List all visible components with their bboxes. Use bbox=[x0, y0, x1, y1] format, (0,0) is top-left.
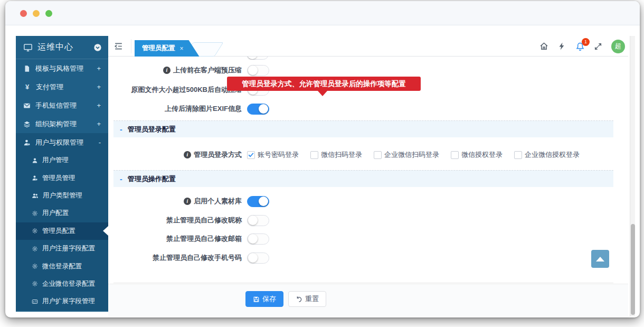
check-icon bbox=[248, 151, 254, 158]
row-personal-material: i启用个人素材库 bbox=[113, 195, 613, 208]
row-label: 禁止管理员自己修改手机号码 bbox=[153, 253, 242, 263]
sidebar-item-users-permissions[interactable]: 用户与权限管理 - bbox=[16, 133, 108, 152]
close-window-button[interactable] bbox=[20, 10, 27, 17]
sidebar-item-label: 支付管理 bbox=[36, 82, 97, 92]
checkbox-label: 微信扫码登录 bbox=[321, 150, 362, 160]
exif-toggle[interactable] bbox=[247, 104, 269, 115]
row-forbid-email: 禁止管理员自己修改邮箱 bbox=[113, 232, 613, 245]
expand-plus-icon: + bbox=[97, 101, 101, 109]
sidebar-item-label: 管理员配置 bbox=[42, 227, 75, 236]
section-ops-config: - 管理员操作配置 bbox=[113, 170, 613, 187]
card-icon bbox=[32, 298, 38, 305]
admin-user-icon bbox=[32, 175, 38, 181]
forbid-nickname-toggle[interactable] bbox=[247, 215, 269, 226]
row-label: 启用个人素材库 bbox=[194, 197, 242, 206]
floppy-icon bbox=[253, 296, 260, 303]
checkbox-box[interactable] bbox=[247, 151, 255, 159]
collapse-minus-icon[interactable]: - bbox=[120, 175, 122, 183]
sidebar-item-label: 用户扩展字段管理 bbox=[42, 297, 95, 306]
sidebar-item-wecom-login-config[interactable]: 企业微信登录配置 bbox=[16, 275, 108, 293]
checkbox-wecom-auth[interactable]: 企业微信授权登录 bbox=[514, 150, 580, 160]
back-to-top-button[interactable] bbox=[591, 250, 609, 268]
row-label: 禁止管理员自己修改昵称 bbox=[166, 216, 242, 225]
footer-bar: 保存 重置 bbox=[108, 284, 628, 317]
info-icon: i bbox=[184, 198, 191, 205]
sidebar-item-user-type-management[interactable]: 用户类型管理 bbox=[16, 187, 108, 204]
collapse-minus-icon: - bbox=[99, 138, 101, 146]
sidebar-item-label: 用户管理 bbox=[42, 156, 69, 165]
layers-icon bbox=[23, 120, 31, 128]
checkbox-box[interactable] bbox=[514, 151, 522, 159]
row-forbid-nickname: 禁止管理员自己修改昵称 bbox=[113, 214, 613, 227]
row-label: 上传前在客户端预压缩 bbox=[173, 66, 242, 75]
notification-bell-icon[interactable]: 1 bbox=[575, 42, 585, 51]
sidebar-item-register-field-config[interactable]: 用户注册字段配置 bbox=[16, 240, 108, 257]
sidebar-item-templates[interactable]: 模板与风格管理 + bbox=[16, 59, 108, 78]
sidebar-item-user-config[interactable]: 用户配置 bbox=[16, 204, 108, 222]
save-button-label: 保存 bbox=[262, 294, 276, 304]
sidebar-item-label: 用户配置 bbox=[42, 209, 69, 218]
sidebar-item-user-extend-field[interactable]: 用户扩展字段管理 bbox=[16, 293, 108, 310]
avatar[interactable]: 超 bbox=[611, 40, 625, 53]
clipped-toggle[interactable] bbox=[247, 57, 269, 60]
sidebar-item-wechat-login-config[interactable]: 微信登录配置 bbox=[16, 257, 108, 275]
chevron-down-circle-icon[interactable] bbox=[93, 43, 102, 52]
forbid-email-toggle[interactable] bbox=[247, 233, 269, 245]
zoom-window-button[interactable] bbox=[45, 10, 52, 17]
minimize-window-button[interactable] bbox=[33, 10, 40, 17]
info-icon: i bbox=[163, 67, 171, 74]
collapse-minus-icon[interactable]: - bbox=[120, 125, 122, 134]
row-label: 上传后清除图片EXIF信息 bbox=[165, 104, 242, 114]
screenshot-stage: 运维中心 模板与风格管理 + ¥ 支付管理 + 手机短信管理 + 组织架构管理 bbox=[0, 0, 644, 327]
forbid-phone-toggle[interactable] bbox=[247, 253, 269, 264]
home-icon[interactable] bbox=[539, 42, 548, 51]
row-login-method: i管理员登录方式 账号密码登录 微信扫码登录 企业微信扫码登录 bbox=[113, 148, 613, 161]
checkbox-account-password[interactable]: 账号密码登录 bbox=[247, 150, 299, 160]
window-titlebar bbox=[5, 1, 640, 25]
lightning-icon[interactable] bbox=[557, 42, 566, 51]
sidebar-item-label: 微信登录配置 bbox=[42, 262, 82, 271]
sidebar-header: 运维中心 bbox=[16, 36, 108, 59]
scrollbar-thumb[interactable] bbox=[631, 224, 635, 315]
checkbox-label: 微信授权登录 bbox=[461, 150, 503, 160]
sidebar-item-organization[interactable]: 组织架构管理 + bbox=[16, 115, 108, 133]
expand-plus-icon: + bbox=[97, 120, 101, 128]
sidebar-item-sms[interactable]: 手机短信管理 + bbox=[16, 96, 108, 115]
checkbox-box[interactable] bbox=[451, 151, 459, 159]
personal-material-toggle[interactable] bbox=[247, 196, 269, 207]
sidebar-item-label: 用户类型管理 bbox=[43, 191, 82, 200]
sidebar-collapse-icon[interactable] bbox=[113, 41, 124, 51]
tab-admin-config[interactable]: 管理员配置 × bbox=[135, 40, 200, 57]
close-tab-icon[interactable]: × bbox=[180, 45, 184, 52]
info-icon: i bbox=[184, 151, 191, 158]
admin-user-icon bbox=[23, 139, 31, 146]
gear-icon bbox=[32, 228, 38, 234]
sidebar-item-admin-management[interactable]: 管理员管理 bbox=[16, 169, 108, 186]
expand-plus-icon: + bbox=[97, 83, 101, 91]
sidebar-item-label: 管理员管理 bbox=[42, 174, 75, 183]
checkbox-label: 企业微信扫码登录 bbox=[384, 150, 439, 160]
save-button[interactable]: 保存 bbox=[245, 291, 283, 307]
topbar-divider bbox=[131, 39, 131, 53]
checkbox-box[interactable] bbox=[374, 151, 382, 159]
reset-button-label: 重置 bbox=[305, 294, 319, 304]
tab-label: 管理员配置 bbox=[142, 44, 175, 53]
scrollbar-track[interactable] bbox=[630, 36, 635, 316]
users-icon bbox=[32, 192, 39, 199]
checkbox-wecom-scan[interactable]: 企业微信扫码登录 bbox=[374, 150, 439, 160]
sidebar-item-admin-config[interactable]: 管理员配置 bbox=[16, 222, 108, 240]
checkbox-wechat-scan[interactable]: 微信扫码登录 bbox=[310, 150, 362, 160]
topbar: 管理员配置 × 1 超 bbox=[108, 36, 628, 57]
gear-icon bbox=[32, 263, 38, 269]
fullscreen-expand-icon[interactable] bbox=[594, 42, 602, 51]
reset-button[interactable]: 重置 bbox=[288, 291, 326, 307]
sidebar-item-user-management[interactable]: 用户管理 bbox=[16, 152, 108, 169]
checkbox-wechat-auth[interactable]: 微信授权登录 bbox=[451, 150, 503, 160]
checkbox-box[interactable] bbox=[310, 151, 318, 159]
sidebar-item-payment[interactable]: ¥ 支付管理 + bbox=[16, 78, 108, 96]
document-icon bbox=[23, 65, 31, 72]
sidebar-item-label: 手机短信管理 bbox=[35, 101, 97, 110]
clipped-row bbox=[113, 57, 613, 60]
precompress-toggle[interactable] bbox=[247, 65, 269, 76]
sidebar-item-label: 用户注册字段配置 bbox=[42, 244, 95, 253]
